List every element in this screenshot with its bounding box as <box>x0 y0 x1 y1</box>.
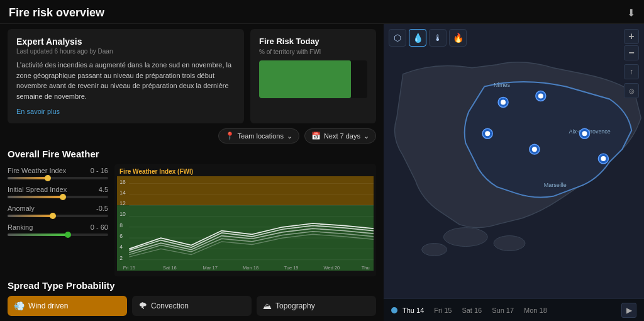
spread-cards: 💨Wind driven🌪Convection⛰Topography <box>8 296 376 316</box>
location-button[interactable]: ◎ <box>624 83 639 98</box>
zoom-out-button[interactable]: − <box>624 45 639 60</box>
svg-text:Thu: Thu <box>362 264 370 270</box>
svg-point-39 <box>532 147 537 152</box>
spread-label-1: Convection <box>151 301 189 310</box>
fire-weather-section: Fire Weather Index 0 - 16 Initial Spread… <box>8 164 376 276</box>
metric-thumb-2 <box>50 213 56 219</box>
map-toolbar: ⬡💧🌡🔥 <box>389 29 467 47</box>
metric-label-3: Ranking 0 - 60 <box>8 223 108 231</box>
metric-fill-3 <box>8 234 68 236</box>
svg-text:8: 8 <box>119 222 123 228</box>
fire-weather-title: Overall Fire Weather <box>8 149 376 159</box>
svg-text:4: 4 <box>119 244 123 250</box>
expert-analysis-card: Expert Analysis Last updated 6 hours ago… <box>8 29 244 123</box>
spread-section-title: Spread Type Probability <box>8 280 376 291</box>
timeline-play-button[interactable]: ▶ <box>621 303 636 318</box>
expert-card-link[interactable]: En savoir plus <box>16 108 60 115</box>
fire-risk-label: % of territory with FWI <box>259 48 367 55</box>
main-layout: Expert Analysis Last updated 6 hours ago… <box>0 24 644 321</box>
svg-text:16: 16 <box>119 178 126 184</box>
download-icon[interactable]: ⬇ <box>627 7 635 19</box>
spread-card-topography[interactable]: ⛰Topography <box>257 296 376 316</box>
top-cards: Expert Analysis Last updated 6 hours ago… <box>8 29 376 123</box>
svg-text:Mar 17: Mar 17 <box>203 264 217 270</box>
svg-text:Tue 19: Tue 19 <box>284 264 298 270</box>
metric-item-3: Ranking 0 - 60 <box>8 223 108 236</box>
spread-label-0: Wind driven <box>28 301 68 310</box>
metric-thumb-1 <box>60 194 66 200</box>
svg-point-28 <box>494 236 525 251</box>
svg-point-26 <box>443 228 487 247</box>
svg-point-41 <box>582 131 587 136</box>
svg-point-33 <box>501 99 506 104</box>
metric-item-0: Fire Weather Index 0 - 16 <box>8 167 108 179</box>
spread-icon-2: ⛰ <box>263 301 272 311</box>
metric-thumb-3 <box>65 232 71 238</box>
svg-text:14: 14 <box>119 189 126 196</box>
fire-risk-card: Fire Risk Today % of territory with FWI <box>250 29 376 123</box>
map-svg: Nîmes Aix-en-Provence Marseille <box>384 24 644 321</box>
timeline-date-0[interactable]: Thu 14 <box>402 307 424 314</box>
timeline-dates: Thu 14Fri 15Sat 16Sun 17Mon 18 <box>402 307 616 314</box>
svg-text:Marseille: Marseille <box>544 182 567 188</box>
svg-text:Mon 18: Mon 18 <box>243 264 258 270</box>
timeline-date-2[interactable]: Sat 16 <box>462 307 482 314</box>
svg-text:2: 2 <box>119 254 123 261</box>
metric-label-2: Anomaly -0.5 <box>8 205 108 212</box>
map-tool-button-3[interactable]: 🔥 <box>449 29 467 47</box>
timeline-date-3[interactable]: Sun 17 <box>492 307 514 314</box>
spread-icon-1: 🌪 <box>138 301 147 311</box>
svg-point-37 <box>485 131 490 136</box>
filter-row: 📍 Team locations ⌄ 📅 Next 7 days ⌄ <box>8 128 376 144</box>
page-title: Fire risk overview <box>9 6 104 20</box>
compass-button[interactable]: ↑ <box>624 64 639 79</box>
timeline-marker <box>391 307 397 313</box>
map-tool-button-2[interactable]: 🌡 <box>429 29 447 47</box>
timeline-date-4[interactable]: Mon 18 <box>524 307 547 314</box>
metric-track-1 <box>8 196 108 198</box>
map-tool-button-0[interactable]: ⬡ <box>389 29 406 47</box>
svg-text:Wed 20: Wed 20 <box>324 264 340 270</box>
chart-area: Fire Weather Index (FWI) 16 14 12 10 8 6… <box>114 164 376 276</box>
svg-text:Sat 16: Sat 16 <box>163 264 177 270</box>
svg-point-35 <box>538 94 543 99</box>
metric-label-1: Initial Spread Index 4.5 <box>8 186 108 193</box>
svg-rect-0 <box>117 176 374 205</box>
fire-risk-bar <box>259 60 367 98</box>
spread-icon-0: 💨 <box>14 301 25 311</box>
svg-point-27 <box>422 244 447 256</box>
metric-item-2: Anomaly -0.5 <box>8 205 108 217</box>
svg-text:12: 12 <box>119 200 126 206</box>
metric-item-1: Initial Spread Index 4.5 <box>8 186 108 198</box>
date-filter-label: Next 7 days <box>324 132 360 140</box>
expert-card-subtitle: Last updated 6 hours ago by Daan <box>16 48 235 55</box>
map-panel[interactable]: ⬡💧🌡🔥 + − ↑ ◎ Nîmes Aix-en-Provence Marse… <box>384 24 644 321</box>
chart-title: Fire Weather Index (FWI) <box>117 168 374 175</box>
zoom-in-button[interactable]: + <box>624 29 639 44</box>
location-icon: 📍 <box>225 132 235 140</box>
metric-track-2 <box>8 215 108 217</box>
metric-fill-2 <box>8 215 53 217</box>
map-tool-button-1[interactable]: 💧 <box>409 29 426 47</box>
expert-card-body: L'activité des incendies a augmenté dans… <box>16 60 235 101</box>
fire-risk-bar-fill <box>259 60 351 98</box>
timeline-bar: Thu 14Fri 15Sat 16Sun 17Mon 18 ▶ <box>384 298 644 321</box>
date-filter-button[interactable]: 📅 Next 7 days ⌄ <box>304 128 376 144</box>
svg-text:6: 6 <box>119 233 123 239</box>
header: Fire risk overview ⬇ <box>0 0 644 24</box>
metric-fill-0 <box>8 177 48 179</box>
location-filter-button[interactable]: 📍 Team locations ⌄ <box>218 128 299 144</box>
spread-card-wind-driven[interactable]: 💨Wind driven <box>8 296 127 316</box>
metric-label-0: Fire Weather Index 0 - 16 <box>8 167 108 174</box>
location-filter-label: Team locations <box>238 132 284 140</box>
svg-text:Fri 15: Fri 15 <box>123 264 136 270</box>
timeline-date-1[interactable]: Fri 15 <box>434 307 452 314</box>
metric-track-3 <box>8 234 108 236</box>
svg-text:Nîmes: Nîmes <box>494 82 510 88</box>
expert-card-title: Expert Analysis <box>16 37 235 47</box>
spread-section: Spread Type Probability 💨Wind driven🌪Con… <box>8 280 376 316</box>
fire-risk-title: Fire Risk Today <box>259 37 367 46</box>
date-chevron-icon: ⌄ <box>364 132 369 140</box>
metric-fill-1 <box>8 196 63 198</box>
spread-card-convection[interactable]: 🌪Convection <box>132 296 252 316</box>
